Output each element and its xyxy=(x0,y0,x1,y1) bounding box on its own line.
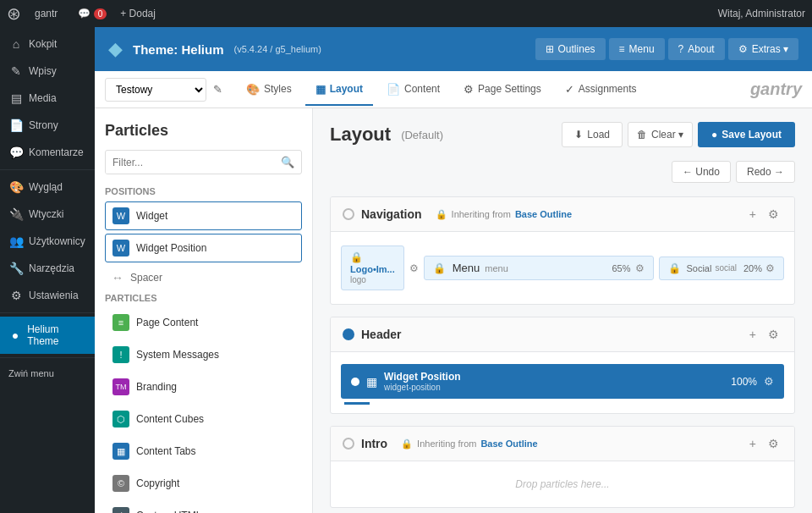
header-name: Header xyxy=(361,328,401,341)
sidebar-item-wyglad[interactable]: 🎨 Wygląd xyxy=(0,174,95,201)
particles-filter: 🔍 xyxy=(105,150,302,174)
sidebar-item-wpisy[interactable]: ✎ Wpisy xyxy=(0,58,95,85)
save-layout-button[interactable]: ● Save Layout xyxy=(698,122,795,147)
inherit-link[interactable]: Base Outline xyxy=(515,209,572,219)
settings-icon: ⚙ xyxy=(8,289,24,302)
particle-custom-html[interactable]: </> Custom HTML xyxy=(105,501,302,513)
load-button[interactable]: ⬇ Load xyxy=(562,122,623,147)
tab-content[interactable]: 📄 Content xyxy=(376,74,450,106)
social-block[interactable]: 🔒 Social social 20% ⚙ xyxy=(659,256,784,280)
sidebar-item-narzedzia[interactable]: 🔧 Narzędzia xyxy=(0,255,95,282)
menu-gear-icon[interactable]: ⚙ xyxy=(635,262,645,274)
sidebar-label-media: Media xyxy=(29,92,57,104)
particle-content-cubes[interactable]: ⬡ Content Cubes xyxy=(105,405,302,433)
logo-block-sub: logo xyxy=(350,275,366,284)
load-label: Load xyxy=(587,129,610,141)
header-widget-position[interactable]: ▦ Widget Position widget-position 100% ⚙ xyxy=(341,364,784,399)
clear-button[interactable]: 🗑 Clear ▾ xyxy=(628,122,693,147)
menu-button[interactable]: ≡ Menu xyxy=(609,38,665,60)
gantry-logo: gantry xyxy=(750,80,802,99)
sidebar-item-strony[interactable]: 📄 Strony xyxy=(0,112,95,139)
sidebar-item-ustawienia[interactable]: ⚙ Ustawienia xyxy=(0,282,95,309)
section-navigation: Navigation 🔒 Inheriting from Base Outlin… xyxy=(330,196,795,305)
copyright-icon: © xyxy=(112,475,129,492)
header-add-icon[interactable]: + xyxy=(746,326,760,343)
sidebar-item-media[interactable]: ▤ Media xyxy=(0,85,95,112)
admin-bar-add[interactable]: + Dodaj xyxy=(120,8,156,19)
menu-block-sub: menu xyxy=(485,263,508,273)
theme-logo-icon: ◆ xyxy=(108,38,123,60)
branding-icon: TM xyxy=(112,378,129,395)
menu-block[interactable]: 🔒 Menu menu 65% ⚙ xyxy=(424,256,655,280)
particle-widget[interactable]: W Widget xyxy=(105,201,302,230)
positions-label: Positions xyxy=(105,186,302,196)
layout-tab-icon: ▦ xyxy=(315,83,326,96)
tab-styles[interactable]: 🎨 Styles xyxy=(236,74,302,106)
logo-block-name: Logo•Im... xyxy=(350,264,395,274)
sidebar-item-komentarze[interactable]: 💬 Komentarze xyxy=(0,139,95,166)
navigation-add-icon[interactable]: + xyxy=(746,206,760,223)
header-blue-bar xyxy=(344,402,370,405)
sidebar-collapse[interactable]: Zwiń menu xyxy=(0,361,95,385)
wp-gear-icon[interactable]: ⚙ xyxy=(764,375,774,388)
redo-button[interactable]: Redo → xyxy=(736,161,795,183)
logo-gear-icon[interactable]: ⚙ xyxy=(409,262,419,274)
admin-bar-comments[interactable]: 💬 0 xyxy=(71,8,113,19)
logo-block[interactable]: 🔒 Logo•Im... logo xyxy=(341,245,404,290)
tab-layout[interactable]: ▦ Layout xyxy=(305,74,373,106)
particle-page-content[interactable]: ≡ Page Content xyxy=(105,308,302,337)
intro-body: Drop particles here... xyxy=(331,461,794,507)
particles-filter-input[interactable] xyxy=(106,152,274,174)
sidebar-label-ustawienia: Ustawienia xyxy=(29,290,79,301)
intro-inherit-link[interactable]: Base Outline xyxy=(480,439,537,449)
content-tabs-icon: ▦ xyxy=(112,443,129,460)
tab-bar: Testowy ✎ 🎨 Styles ▦ Layout 📄 Content ⚙ … xyxy=(95,71,812,108)
tab-page-settings[interactable]: ⚙ Page Settings xyxy=(453,74,551,106)
intro-gear-icon[interactable]: ⚙ xyxy=(765,435,782,452)
particle-branding[interactable]: TM Branding xyxy=(105,372,302,401)
outline-select[interactable]: Testowy xyxy=(105,78,206,102)
outlines-button[interactable]: ⊞ Outlines xyxy=(535,38,606,60)
intro-section-actions: + ⚙ xyxy=(746,435,782,452)
particle-widget-label: Widget xyxy=(136,210,167,222)
sidebar-item-uzytkownicy[interactable]: 👥 Użytkownicy xyxy=(0,228,95,255)
theme-title: Theme: Helium xyxy=(133,42,224,57)
wp-logo[interactable]: ⊛ xyxy=(7,3,21,24)
edit-icon: ✎ xyxy=(8,64,24,78)
social-block-name: Social xyxy=(686,263,711,273)
sidebar-item-helium[interactable]: ● Helium Theme xyxy=(0,317,95,354)
layout-actions: ⬇ Load 🗑 Clear ▾ ● Save Layout xyxy=(562,122,795,147)
particle-copyright[interactable]: © Copyright xyxy=(105,469,302,498)
particle-copyright-label: Copyright xyxy=(136,477,179,489)
admin-bar-site[interactable]: gantr xyxy=(28,8,64,19)
navigation-section-actions: + ⚙ xyxy=(746,206,782,223)
filter-search-icon[interactable]: 🔍 xyxy=(274,151,301,174)
spacer-item: ↔ Spacer xyxy=(105,266,302,290)
wp-circle xyxy=(351,378,359,386)
extras-button[interactable]: ⚙ Extras ▾ xyxy=(728,38,798,60)
sidebar-item-kokpit[interactable]: ⌂ Kokpit xyxy=(0,30,95,58)
custom-html-icon: </> xyxy=(112,507,129,513)
undo-button[interactable]: ← Undo xyxy=(672,161,731,183)
pages-icon: 📄 xyxy=(8,119,24,132)
section-intro: Intro 🔒 Inheriting from Base Outline + ⚙… xyxy=(330,426,795,508)
navigation-name: Navigation xyxy=(361,207,422,221)
particle-system-messages[interactable]: ! System Messages xyxy=(105,340,302,369)
particle-content-tabs[interactable]: ▦ Content Tabs xyxy=(105,437,302,466)
intro-section-header: Intro 🔒 Inheriting from Base Outline + ⚙ xyxy=(331,427,794,461)
particle-widget-position[interactable]: W Widget Position xyxy=(105,234,302,262)
sidebar-divider-2 xyxy=(0,312,95,313)
edit-outline-icon[interactable]: ✎ xyxy=(210,80,226,99)
system-messages-icon: ! xyxy=(112,346,129,363)
tab-assignments[interactable]: ✓ Assignments xyxy=(555,74,647,106)
navigation-gear-icon[interactable]: ⚙ xyxy=(765,206,782,223)
outline-selector: Testowy ✎ xyxy=(105,78,226,102)
sidebar-label-helium: Helium Theme xyxy=(27,323,86,347)
about-button[interactable]: ? About xyxy=(668,38,725,60)
sidebar-item-wtyczki[interactable]: 🔌 Wtyczki xyxy=(0,201,95,228)
social-lock-icon: 🔒 xyxy=(668,262,681,274)
intro-add-icon[interactable]: + xyxy=(746,435,760,452)
header-gear-icon[interactable]: ⚙ xyxy=(765,326,782,343)
sidebar-label-strony: Strony xyxy=(29,119,58,131)
social-gear-icon[interactable]: ⚙ xyxy=(765,262,775,274)
